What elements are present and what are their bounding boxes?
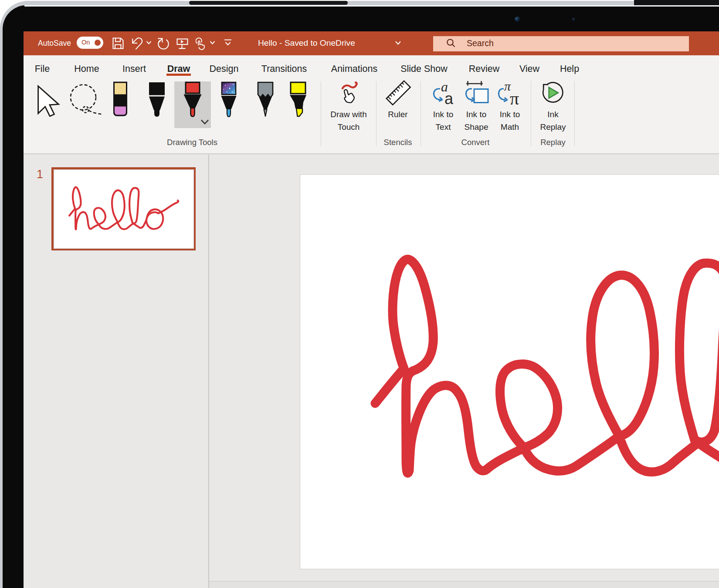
svg-text:a: a bbox=[444, 90, 454, 105]
svg-text:π: π bbox=[510, 88, 519, 105]
